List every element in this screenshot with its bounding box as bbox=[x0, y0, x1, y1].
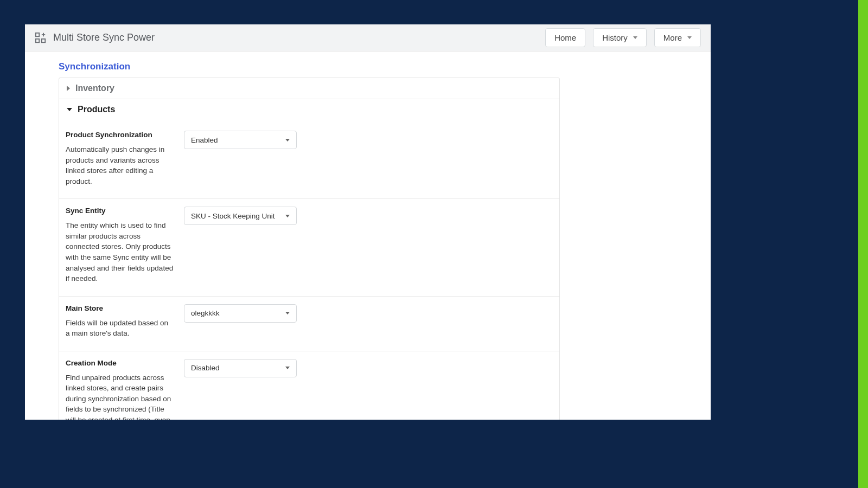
home-button[interactable]: Home bbox=[545, 28, 585, 47]
history-button-label: History bbox=[602, 33, 628, 42]
svg-rect-1 bbox=[36, 38, 39, 42]
page-body: Synchronization Inventory Products Produ… bbox=[25, 52, 711, 420]
setting-title: Creation Mode bbox=[66, 359, 174, 367]
setting-desc: The entity which is used to find similar… bbox=[66, 220, 174, 284]
caret-down-icon bbox=[687, 36, 692, 39]
select-value: olegkkkk bbox=[191, 309, 220, 317]
history-button[interactable]: History bbox=[593, 28, 647, 47]
caret-down-icon bbox=[285, 312, 290, 314]
setting-right: olegkkkk bbox=[184, 304, 297, 339]
svg-rect-0 bbox=[36, 33, 39, 36]
svg-rect-2 bbox=[42, 38, 45, 42]
settings-panel: Inventory Products Product Synchronizati… bbox=[59, 78, 560, 420]
caret-down-icon bbox=[285, 215, 290, 217]
more-button[interactable]: More bbox=[654, 28, 701, 47]
setting-left: Product Synchronization Automatically pu… bbox=[66, 131, 184, 187]
caret-down-icon bbox=[285, 139, 290, 142]
caret-down-icon bbox=[285, 367, 290, 369]
setting-main-store: Main Store Fields will be updated based … bbox=[59, 297, 559, 351]
creation-mode-select[interactable]: Disabled bbox=[184, 359, 297, 377]
accordion-products-label: Products bbox=[78, 105, 115, 114]
sync-entity-select[interactable]: SKU - Stock Keeping Unit bbox=[184, 207, 297, 225]
page-title: Synchronization bbox=[59, 61, 711, 72]
more-button-label: More bbox=[663, 33, 682, 42]
caret-down-icon bbox=[633, 36, 637, 39]
setting-right: SKU - Stock Keeping Unit bbox=[184, 207, 297, 284]
app-frame: Multi Store Sync Power Home History More… bbox=[25, 24, 711, 420]
home-button-label: Home bbox=[554, 33, 576, 42]
setting-title: Main Store bbox=[66, 304, 174, 312]
decorative-stripe bbox=[858, 0, 868, 488]
chevron-right-icon bbox=[67, 86, 70, 91]
app-title: Multi Store Sync Power bbox=[53, 32, 155, 43]
select-value: Disabled bbox=[191, 364, 220, 372]
setting-creation-mode: Creation Mode Find unpaired products acr… bbox=[59, 351, 559, 420]
header-buttons: Home History More bbox=[545, 28, 701, 47]
chevron-down-icon bbox=[67, 108, 72, 111]
setting-sync-entity: Sync Entity The entity which is used to … bbox=[59, 199, 559, 296]
setting-right: Disabled bbox=[184, 359, 297, 420]
accordion-products-content: Product Synchronization Automatically pu… bbox=[59, 120, 559, 420]
setting-title: Product Synchronization bbox=[66, 131, 174, 139]
setting-right: Enabled bbox=[184, 131, 297, 187]
app-header: Multi Store Sync Power Home History More bbox=[25, 24, 711, 52]
setting-title: Sync Entity bbox=[66, 207, 174, 215]
accordion-inventory-label: Inventory bbox=[75, 84, 114, 93]
setting-product-sync: Product Synchronization Automatically pu… bbox=[59, 123, 559, 199]
product-sync-select[interactable]: Enabled bbox=[184, 131, 297, 149]
app-icon bbox=[35, 32, 47, 44]
setting-desc: Fields will be updated based on a main s… bbox=[66, 318, 174, 339]
setting-desc: Automatically push changes in products a… bbox=[66, 144, 174, 187]
select-value: Enabled bbox=[191, 136, 218, 144]
select-value: SKU - Stock Keeping Unit bbox=[191, 212, 275, 220]
app-title-wrap: Multi Store Sync Power bbox=[35, 32, 155, 44]
accordion-inventory[interactable]: Inventory bbox=[59, 78, 559, 99]
setting-desc: Find unpaired products across linked sto… bbox=[66, 373, 174, 420]
setting-left: Main Store Fields will be updated based … bbox=[66, 304, 184, 339]
setting-left: Sync Entity The entity which is used to … bbox=[66, 207, 184, 284]
setting-left: Creation Mode Find unpaired products acr… bbox=[66, 359, 184, 420]
main-store-select[interactable]: olegkkkk bbox=[184, 304, 297, 323]
accordion-products[interactable]: Products bbox=[59, 99, 559, 120]
